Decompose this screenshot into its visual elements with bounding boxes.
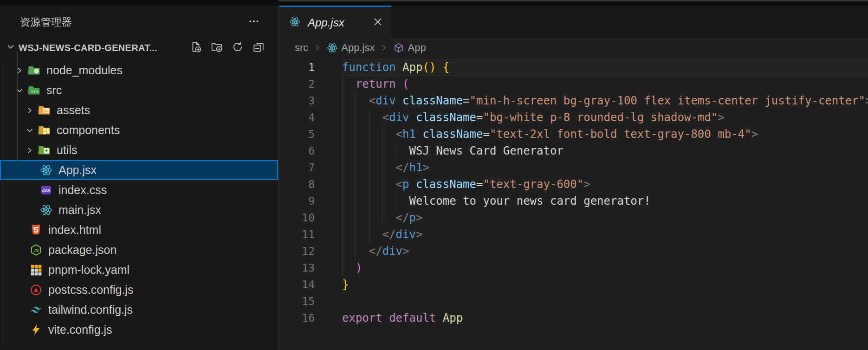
code-line-4[interactable]: 4 <div className="bg-white p-8 rounded-l… — [279, 109, 868, 126]
vscode-window: 资源管理器 WSJ-NEWS-CARD-GENERAT... node_modu… — [0, 0, 868, 350]
chevron-right-icon — [14, 65, 25, 76]
tab-label: App.jsx — [308, 16, 344, 29]
code-line-5[interactable]: 5 <h1 className="text-2xl font-bold text… — [279, 126, 868, 143]
code-text: <h1 className="text-2xl font-bold text-g… — [342, 126, 758, 143]
chevron-down-icon — [5, 42, 16, 53]
code-text: ) — [342, 259, 362, 276]
tree-item-utils[interactable]: utils — [0, 140, 278, 160]
tree-item-label: vite.config.js — [48, 323, 112, 337]
tree-item-label: components — [57, 123, 120, 137]
code-line-13[interactable]: 13 ) — [279, 259, 868, 276]
css-icon: CSS — [40, 184, 52, 196]
tree-item-main-jsx[interactable]: main.jsx — [0, 200, 278, 220]
refresh-button[interactable] — [231, 41, 244, 54]
tree-item-label: index.css — [58, 183, 107, 197]
vite-icon — [30, 324, 42, 336]
line-number: 12 — [279, 243, 315, 259]
explorer-section-header[interactable]: WSJ-NEWS-CARD-GENERAT... — [0, 38, 278, 58]
tree-item-index-css[interactable]: CSSindex.css — [0, 180, 278, 200]
indent-guide — [17, 51, 18, 171]
code-line-6[interactable]: 6 WSJ News Card Generator — [279, 143, 868, 159]
chevron-right-icon — [24, 145, 35, 156]
svg-text:JS: JS — [33, 248, 39, 253]
code-line-9[interactable]: 9 Welcome to your news card generator! — [279, 193, 868, 209]
folder-assets-icon — [38, 104, 51, 117]
breadcrumb-label: App — [408, 42, 426, 54]
new-file-icon — [190, 41, 202, 55]
tree-item-index-html[interactable]: index.html — [0, 220, 278, 240]
tree-item-components[interactable]: components — [0, 120, 278, 140]
new-folder-button[interactable] — [210, 41, 223, 54]
code-text: function App() { — [342, 59, 449, 76]
indent-guide — [3, 61, 3, 346]
html-icon — [30, 224, 42, 236]
code-text: </h1> — [342, 159, 429, 176]
collapse-all-button[interactable] — [252, 41, 265, 54]
tree-item-app-jsx[interactable]: App.jsx — [0, 160, 278, 180]
tree-item-label: pnpm-lock.yaml — [48, 263, 130, 277]
tree-item-label: index.html — [48, 223, 101, 237]
code-line-10[interactable]: 10 </p> — [279, 209, 868, 226]
collapse-all-icon — [253, 41, 265, 55]
more-actions-button[interactable] — [246, 15, 261, 30]
tree-item-vite-config-js[interactable]: vite.config.js — [0, 320, 278, 340]
tree-item-postcss-config-js[interactable]: postcss.config.js — [0, 280, 278, 300]
line-number: 4 — [279, 109, 315, 126]
window-top-border — [279, 0, 868, 1]
new-file-button[interactable] — [189, 41, 202, 54]
code-line-16[interactable]: 16export default App — [279, 310, 868, 326]
code-line-3[interactable]: 3 <div className="min-h-screen bg-gray-1… — [279, 92, 868, 109]
line-number: 11 — [279, 226, 315, 243]
code-line-12[interactable]: 12 </div> — [279, 243, 868, 259]
code-line-2[interactable]: 2 return ( — [279, 76, 868, 92]
code-line-11[interactable]: 11 </div> — [279, 226, 868, 243]
breadcrumb-item-app[interactable]: App — [393, 42, 426, 54]
file-tree: node_modules</>srcassetscomponentsutilsA… — [0, 60, 278, 350]
breadcrumb-label: App.jsx — [341, 42, 375, 54]
code-editor[interactable]: 1function App() {2 return (3 <div classN… — [279, 58, 868, 350]
code-text: } — [342, 276, 349, 293]
node-icon: JS — [30, 244, 42, 256]
tree-item-pnpm-lock-yaml[interactable]: pnpm-lock.yaml — [0, 260, 278, 280]
line-number: 6 — [279, 143, 315, 159]
code-line-1[interactable]: 1function App() { — [279, 59, 868, 76]
tree-item-assets[interactable]: assets — [0, 100, 278, 120]
code-line-14[interactable]: 14} — [279, 276, 868, 293]
line-number: 14 — [279, 276, 315, 293]
line-number: 9 — [279, 193, 315, 209]
more-actions-icon — [248, 16, 259, 29]
code-text: Welcome to your news card generator! — [342, 193, 651, 209]
breadcrumb: srcApp.jsxApp — [279, 38, 868, 58]
tree-item-tailwind-config-js[interactable]: tailwind.config.js — [0, 300, 278, 320]
chevron-right-icon — [24, 105, 35, 116]
tree-item-package-json[interactable]: JSpackage.json — [0, 240, 278, 260]
line-number: 16 — [279, 310, 315, 326]
line-number: 15 — [279, 293, 315, 310]
code-line-8[interactable]: 8 <p className="text-gray-600"> — [279, 176, 868, 193]
breadcrumb-separator-icon — [312, 43, 323, 53]
tailwind-icon — [30, 304, 42, 316]
code-line-7[interactable]: 7 </h1> — [279, 159, 868, 176]
breadcrumb-item-app-jsx[interactable]: App.jsx — [327, 42, 375, 54]
line-number: 8 — [279, 176, 315, 193]
tree-item-src[interactable]: </>src — [0, 80, 278, 100]
tree-item-node-modules[interactable]: node_modules — [0, 60, 278, 80]
react-icon — [40, 204, 52, 216]
tree-item-label: package.json — [48, 243, 117, 257]
line-number: 10 — [279, 209, 315, 226]
explorer-title: 资源管理器 — [20, 15, 72, 29]
code-line-15[interactable]: 15 — [279, 293, 868, 310]
line-number: 13 — [279, 259, 315, 276]
breadcrumb-separator-icon — [379, 43, 389, 53]
tree-item-label: node_modules — [46, 64, 123, 77]
line-number: 3 — [279, 92, 315, 109]
close-tab-button[interactable] — [372, 17, 384, 29]
code-text: </div> — [342, 243, 409, 259]
editor-tabstrip[interactable]: App.jsx — [279, 6, 868, 38]
react-icon — [289, 16, 302, 29]
close-icon — [372, 16, 383, 29]
tab-app-jsx[interactable]: App.jsx — [279, 6, 391, 38]
symbol-method-icon — [393, 42, 404, 53]
line-number: 2 — [279, 76, 315, 92]
breadcrumb-item-src[interactable]: src — [295, 42, 308, 54]
